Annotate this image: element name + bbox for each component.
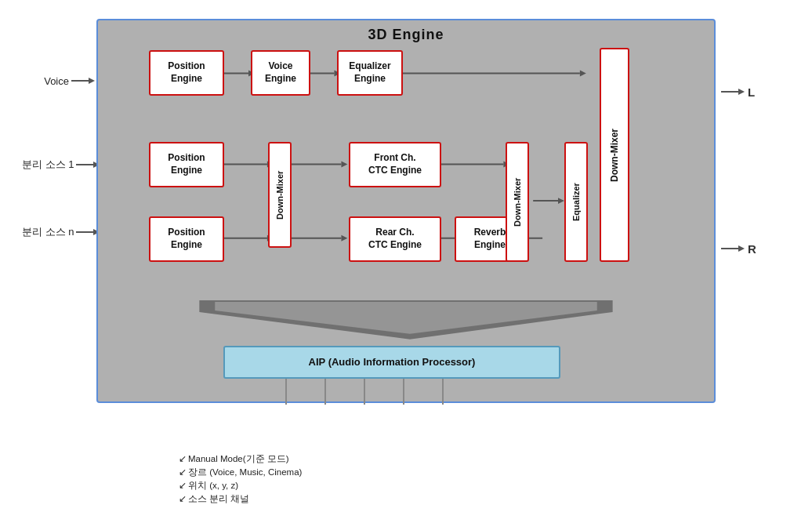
svg-marker-39 <box>738 245 745 252</box>
manual-mode-label: Manual Mode(기준 모드) <box>188 453 289 465</box>
position-engine-1: Position Engine <box>149 50 224 96</box>
svg-marker-22 <box>341 234 347 241</box>
down-mixer-1: Down-Mixer <box>268 142 292 248</box>
equalizer-engine: Equalizer Engine <box>337 50 403 96</box>
bottom-labels: ↙ Manual Mode(기준 모드) ↙ 장르 (Voice, Music,… <box>179 453 302 505</box>
R-label: R <box>748 242 756 256</box>
voice-engine: Voice Engine <box>251 50 310 96</box>
sourcen-label: 분리 소스 n <box>22 225 74 239</box>
position-engine-3: Position Engine <box>149 216 224 262</box>
svg-marker-28 <box>558 198 564 204</box>
position-engine-2: Position Engine <box>149 142 224 187</box>
arrow-channel: ↙ <box>179 493 185 504</box>
source1-label: 분리 소스 1 <box>22 158 74 172</box>
rear-ctc-engine: Rear Ch. CTC Engine <box>349 216 441 262</box>
front-ctc-engine: Front Ch. CTC Engine <box>349 142 441 187</box>
svg-marker-11 <box>580 70 586 76</box>
diagram-wrapper: Voice 분리 소스 1 분리 소스 n 3D Engine <box>22 11 790 513</box>
svg-marker-1 <box>89 78 95 84</box>
engine-title: 3D Engine <box>98 20 714 43</box>
voice-label: Voice <box>22 75 69 87</box>
channel-label: 소스 분리 채널 <box>188 493 249 505</box>
svg-marker-37 <box>738 89 745 95</box>
genre-label: 장르 (Voice, Music, Cinema) <box>188 467 302 478</box>
aip-lines <box>223 379 560 405</box>
svg-marker-15 <box>341 161 347 167</box>
down-mixer-2: Down-Mixer <box>506 142 529 262</box>
down-mixer-3: Down-Mixer <box>600 48 629 262</box>
arrow-manual: ↙ <box>179 453 185 464</box>
L-label: L <box>748 85 755 99</box>
position-label: 위치 (x, y, z) <box>188 480 238 492</box>
aip-box: AIP (Audio Information Processor) <box>223 346 560 379</box>
equalizer-2: Equalizer <box>564 142 588 262</box>
arrow-position: ↙ <box>179 480 185 491</box>
arrow-genre: ↙ <box>179 467 185 478</box>
engine-box: 3D Engine <box>96 19 716 403</box>
